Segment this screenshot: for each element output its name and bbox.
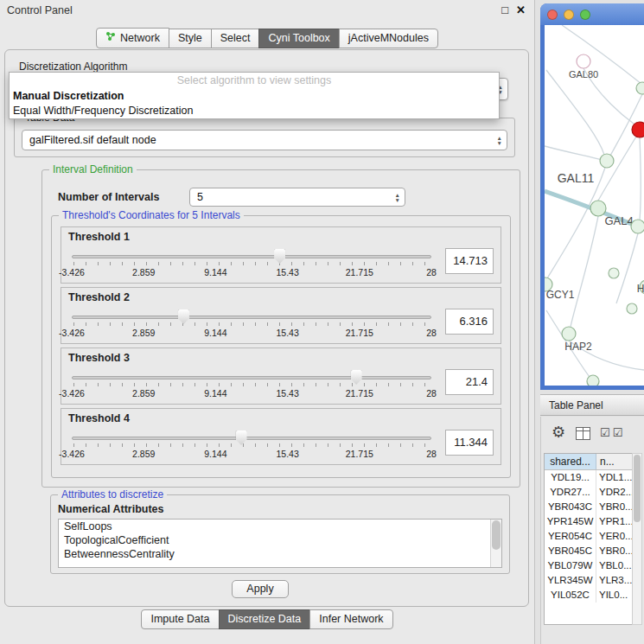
cell-shared-name[interactable]: YPR145W — [545, 514, 596, 529]
scale-label: 28 — [426, 388, 437, 399]
threshold-value-field[interactable]: 11.344 — [445, 430, 494, 456]
list-item[interactable]: BetweennessCentrality — [59, 547, 501, 561]
threshold-value-field[interactable]: 21.4 — [445, 369, 494, 395]
table-scrollbar[interactable] — [632, 453, 642, 625]
number-of-intervals-combobox[interactable]: 5 ▲▼ — [189, 188, 405, 207]
column-header-shared-name[interactable]: shared... — [545, 454, 596, 469]
threshold-value-field[interactable]: 6.316 — [445, 309, 494, 335]
network-node[interactable] — [632, 122, 644, 137]
apply-button[interactable]: Apply — [232, 580, 289, 598]
checkbox-icons[interactable]: ☑☑ — [600, 426, 625, 439]
table-row[interactable]: YBR043CYBR0... — [545, 500, 632, 514]
table-row[interactable]: YBR045CYBR0... — [545, 544, 632, 558]
scrollbar-thumb[interactable] — [492, 520, 501, 550]
threshold-value-field[interactable]: 14.713 — [445, 248, 494, 274]
control-panel-titlebar[interactable]: Control Panel □ ✕ — [0, 0, 534, 22]
network-window-titlebar[interactable] — [540, 3, 644, 25]
cell-name[interactable]: YBR0... — [596, 500, 632, 514]
slider-ticks — [73, 443, 430, 447]
list-item[interactable]: TopologicalCoefficient — [59, 533, 501, 547]
slider-scale: -3.4262.8599.14415.4321.71528 — [72, 388, 431, 399]
threshold-slider[interactable]: -3.4262.8599.14415.4321.71528 — [72, 369, 431, 402]
columns-icon[interactable] — [576, 427, 590, 443]
tab-label: Select — [220, 32, 251, 44]
tab-select[interactable]: Select — [211, 29, 260, 48]
cell-shared-name[interactable]: YBR045C — [545, 544, 596, 558]
threshold-slider[interactable]: -3.4262.8599.14415.4321.71528 — [72, 248, 431, 281]
threshold-panel: Threshold 2 -3.4262.8599.14415.4321.7152… — [61, 287, 501, 344]
slider-track[interactable] — [72, 255, 431, 258]
cell-name[interactable]: YDL1... — [596, 470, 632, 485]
tab-cyni-toolbox[interactable]: Cyni Toolbox — [258, 29, 339, 48]
cell-shared-name[interactable]: YDL19... — [545, 470, 596, 485]
scale-label: 2.859 — [132, 328, 155, 338]
close-icon[interactable]: ✕ — [516, 3, 526, 16]
cell-shared-name[interactable]: YBR043C — [545, 500, 596, 514]
network-canvas[interactable]: GAL80GAL11GAL4GCY1HAP2H — [545, 25, 644, 386]
table-row[interactable]: YLR345WYLR3... — [545, 573, 632, 588]
numerical-attributes-list[interactable]: SelfLoopsTopologicalCoefficientBetweenne… — [58, 519, 502, 568]
network-node[interactable] — [631, 220, 644, 233]
tab-discretize-data[interactable]: Discretize Data — [219, 609, 311, 629]
scale-label: 15.43 — [276, 388, 298, 399]
table-row[interactable]: YBL079WYBL0... — [545, 558, 632, 573]
node-table[interactable]: shared... n... YDL19...YDL1...YDR27...YD… — [544, 453, 633, 625]
threshold-slider[interactable]: -3.4262.8599.14415.4321.71528 — [72, 309, 431, 341]
table-data-combobox[interactable]: galFiltered.sif default node ▲▼ — [22, 130, 507, 150]
table-row[interactable]: YIL052CYIL0... — [545, 588, 632, 603]
network-node-hap2[interactable] — [562, 327, 576, 341]
table-row[interactable]: YDR27...YDR2... — [545, 485, 632, 500]
cell-shared-name[interactable]: YLR345W — [545, 573, 596, 588]
network-node-gal4[interactable] — [590, 201, 606, 216]
slider-ticks — [73, 383, 430, 386]
list-item[interactable]: SelfLoops — [59, 520, 501, 533]
threshold-label: Threshold 4 — [68, 412, 130, 424]
cell-name[interactable]: YBL0... — [596, 558, 632, 573]
threshold-slider[interactable]: -3.4262.8599.14415.4321.71528 — [72, 430, 431, 462]
scrollbar-thumb[interactable] — [634, 455, 641, 522]
table-row[interactable]: YER054CYER0... — [545, 529, 632, 544]
tab-jactivemnodules[interactable]: jActiveMNodules — [339, 29, 438, 48]
table-row[interactable]: YDL19...YDL1... — [545, 470, 632, 485]
cell-name[interactable]: YER0... — [596, 529, 632, 544]
cell-name[interactable]: YPR1... — [596, 514, 632, 529]
network-view-window[interactable]: GAL80GAL11GAL4GCY1HAP2H — [540, 3, 644, 390]
tab-label: Discretize Data — [228, 613, 302, 625]
table-header-row: shared... n... — [545, 454, 632, 470]
tab-network[interactable]: Network — [96, 28, 169, 48]
tab-infer-network[interactable]: Infer Network — [309, 609, 392, 629]
zoom-traffic-light[interactable] — [580, 10, 590, 20]
minimize-icon[interactable]: □ — [501, 3, 508, 16]
column-header-name[interactable]: n... — [596, 454, 632, 469]
table-row[interactable]: YPR145WYPR1... — [545, 514, 632, 529]
cell-name[interactable]: YIL0... — [596, 588, 632, 603]
network-node-gal11[interactable] — [600, 154, 614, 168]
cell-shared-name[interactable]: YBL079W — [545, 558, 596, 573]
network-node[interactable] — [587, 375, 599, 386]
slider-track[interactable] — [72, 376, 431, 379]
network-edge — [546, 70, 604, 155]
table-panel-header[interactable]: Table Panel — [540, 394, 644, 416]
network-node[interactable] — [636, 82, 644, 94]
network-node[interactable] — [609, 268, 619, 278]
cell-shared-name[interactable]: YIL052C — [545, 588, 596, 603]
network-node-gal80[interactable] — [577, 54, 590, 68]
dropdown-option-manual-discretization[interactable]: Manual Discretization — [10, 89, 499, 104]
network-node[interactable] — [627, 303, 637, 314]
cell-name[interactable]: YBR0... — [596, 544, 632, 558]
control-panel-window: Control Panel □ ✕ NetworkStyleSelectCyni… — [0, 0, 535, 644]
cell-name[interactable]: YDR2... — [596, 485, 632, 500]
cell-shared-name[interactable]: YDR27... — [545, 485, 596, 500]
gear-icon[interactable]: ⚙ — [552, 423, 565, 442]
scale-label: 21.715 — [346, 388, 373, 399]
cell-name[interactable]: YLR3... — [596, 573, 632, 588]
close-traffic-light[interactable] — [547, 10, 558, 20]
slider-track[interactable] — [72, 437, 431, 440]
dropdown-option-equal-width-frequency[interactable]: Equal Width/Frequency Discretization — [10, 104, 499, 118]
list-scrollbar[interactable] — [490, 520, 501, 567]
cell-shared-name[interactable]: YER054C — [545, 529, 596, 544]
tab-style[interactable]: Style — [169, 29, 212, 48]
tab-impute-data[interactable]: Impute Data — [141, 609, 219, 629]
slider-track[interactable] — [72, 316, 431, 319]
minimize-traffic-light[interactable] — [564, 10, 574, 20]
